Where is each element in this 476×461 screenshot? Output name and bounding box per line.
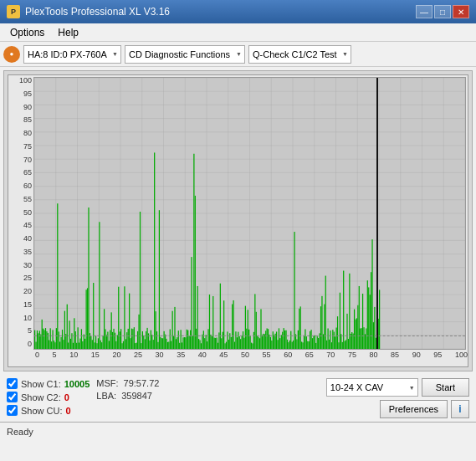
y-label-100: 100 bbox=[8, 77, 32, 85]
drive-selector-wrapper[interactable]: HA:8 ID:0 PX-760A bbox=[23, 45, 121, 64]
show-cu-checkbox[interactable] bbox=[7, 405, 18, 416]
window-title: PlexTools Professional XL V3.16 bbox=[25, 6, 416, 18]
checkboxes-section: Show C1: 10005 Show C2: 0 Show CU: 0 bbox=[7, 378, 90, 416]
y-label-25: 25 bbox=[8, 274, 32, 282]
chart-canvas bbox=[34, 78, 465, 349]
menu-help[interactable]: Help bbox=[51, 25, 85, 40]
y-label-45: 45 bbox=[8, 222, 32, 229]
chart-plot bbox=[33, 77, 466, 350]
c2-label: Show C2: bbox=[21, 392, 61, 402]
y-label-80: 80 bbox=[8, 130, 32, 137]
x-axis: 0 5 10 15 20 25 30 35 40 45 50 55 60 65 … bbox=[33, 350, 468, 366]
x-label-100: 100 bbox=[455, 351, 468, 366]
y-label-75: 75 bbox=[8, 143, 32, 151]
minimize-button[interactable]: — bbox=[416, 5, 432, 18]
c2-value: 0 bbox=[64, 392, 69, 402]
x-label-55: 55 bbox=[263, 351, 271, 366]
c2-row: Show C2: 0 bbox=[7, 392, 90, 402]
x-label-0: 0 bbox=[35, 351, 39, 366]
app-icon-label: P bbox=[11, 8, 16, 16]
x-label-85: 85 bbox=[391, 351, 399, 366]
status-text: Ready bbox=[7, 427, 33, 437]
y-label-0: 0 bbox=[8, 341, 32, 348]
msf-value: 79:57.72 bbox=[124, 378, 160, 388]
chart-container: 0 5 10 15 20 25 30 35 40 45 50 55 60 65 … bbox=[3, 70, 473, 371]
x-label-95: 95 bbox=[433, 351, 442, 366]
y-label-70: 70 bbox=[8, 156, 32, 164]
maximize-button[interactable]: □ bbox=[434, 5, 451, 18]
x-label-40: 40 bbox=[198, 351, 207, 366]
preferences-button[interactable]: Preferences bbox=[380, 400, 448, 418]
toolbar: ● HA:8 ID:0 PX-760A CD Diagnostic Functi… bbox=[0, 42, 476, 67]
c1-label: Show C1: bbox=[21, 379, 61, 389]
chart-inner: 0 5 10 15 20 25 30 35 40 45 50 55 60 65 … bbox=[8, 74, 468, 367]
y-label-60: 60 bbox=[8, 182, 32, 190]
position-line bbox=[376, 78, 378, 349]
bottom-panel: Show C1: 10005 Show C2: 0 Show CU: 0 MSF… bbox=[0, 375, 476, 422]
start-button[interactable]: Start bbox=[422, 378, 469, 397]
y-label-15: 15 bbox=[8, 301, 32, 309]
test-selector[interactable]: Q-Check C1/C2 Test bbox=[248, 45, 351, 64]
y-label-85: 85 bbox=[8, 116, 32, 124]
x-label-10: 10 bbox=[69, 351, 78, 366]
drive-icon-label: ● bbox=[10, 50, 14, 58]
show-c2-checkbox[interactable] bbox=[7, 392, 18, 402]
y-label-50: 50 bbox=[8, 209, 32, 217]
x-label-25: 25 bbox=[134, 351, 142, 366]
x-label-65: 65 bbox=[305, 351, 314, 366]
x-label-60: 60 bbox=[284, 351, 292, 366]
x-label-90: 90 bbox=[412, 351, 421, 366]
window-controls: — □ ✕ bbox=[416, 5, 469, 18]
speed-row: 10-24 X CAV 4-8 X CAV 2-4 X CAV 1 X CLV … bbox=[326, 378, 469, 397]
statusbar: Ready bbox=[0, 422, 476, 440]
y-axis: 0 5 10 15 20 25 30 35 40 45 50 55 60 65 … bbox=[8, 75, 33, 350]
function-selector[interactable]: CD Diagnostic Functions bbox=[125, 45, 245, 64]
stats-section: MSF: 79:57.72 LBA: 359847 bbox=[96, 378, 197, 401]
y-label-5: 5 bbox=[8, 327, 32, 335]
y-label-30: 30 bbox=[8, 262, 32, 269]
c1-value: 10005 bbox=[64, 379, 90, 389]
info-button[interactable]: i bbox=[451, 400, 469, 418]
msf-label: MSF: bbox=[96, 378, 118, 388]
function-selector-wrapper[interactable]: CD Diagnostic Functions bbox=[125, 45, 245, 64]
x-label-20: 20 bbox=[112, 351, 120, 366]
y-label-40: 40 bbox=[8, 235, 32, 243]
test-selector-wrapper[interactable]: Q-Check C1/C2 Test bbox=[248, 45, 351, 64]
speed-selector[interactable]: 10-24 X CAV 4-8 X CAV 2-4 X CAV 1 X CLV bbox=[326, 378, 418, 397]
x-label-80: 80 bbox=[370, 351, 378, 366]
x-label-30: 30 bbox=[156, 351, 164, 366]
y-label-35: 35 bbox=[8, 248, 32, 256]
y-label-95: 95 bbox=[8, 90, 32, 98]
x-label-75: 75 bbox=[348, 351, 356, 366]
titlebar: P PlexTools Professional XL V3.16 — □ ✕ bbox=[0, 0, 476, 23]
c1-row: Show C1: 10005 bbox=[7, 378, 90, 389]
cu-label: Show CU: bbox=[21, 406, 63, 416]
drive-selector[interactable]: HA:8 ID:0 PX-760A bbox=[23, 45, 121, 64]
lba-label: LBA: bbox=[96, 391, 116, 401]
right-controls: 10-24 X CAV 4-8 X CAV 2-4 X CAV 1 X CLV … bbox=[203, 378, 469, 418]
drive-icon: ● bbox=[3, 46, 20, 63]
x-label-50: 50 bbox=[241, 351, 249, 366]
x-label-45: 45 bbox=[219, 351, 228, 366]
show-c1-checkbox[interactable] bbox=[7, 378, 18, 389]
lba-row: LBA: 359847 bbox=[96, 391, 197, 401]
x-label-15: 15 bbox=[91, 351, 100, 366]
x-label-5: 5 bbox=[53, 351, 57, 366]
y-label-10: 10 bbox=[8, 315, 32, 322]
cu-row: Show CU: 0 bbox=[7, 405, 90, 416]
y-label-55: 55 bbox=[8, 196, 32, 203]
x-label-35: 35 bbox=[177, 351, 185, 366]
y-label-65: 65 bbox=[8, 169, 32, 177]
msf-row: MSF: 79:57.72 bbox=[96, 378, 197, 388]
speed-selector-wrapper[interactable]: 10-24 X CAV 4-8 X CAV 2-4 X CAV 1 X CLV bbox=[326, 378, 418, 397]
threshold-line bbox=[34, 336, 465, 336]
menu-options[interactable]: Options bbox=[3, 25, 51, 40]
x-label-70: 70 bbox=[326, 351, 335, 366]
app-icon: P bbox=[7, 5, 20, 18]
lba-value: 359847 bbox=[121, 391, 152, 401]
prefs-info-row: Preferences i bbox=[380, 400, 469, 418]
cu-value: 0 bbox=[66, 406, 71, 416]
close-button[interactable]: ✕ bbox=[453, 5, 469, 18]
y-label-90: 90 bbox=[8, 104, 32, 111]
y-label-20: 20 bbox=[8, 288, 32, 295]
